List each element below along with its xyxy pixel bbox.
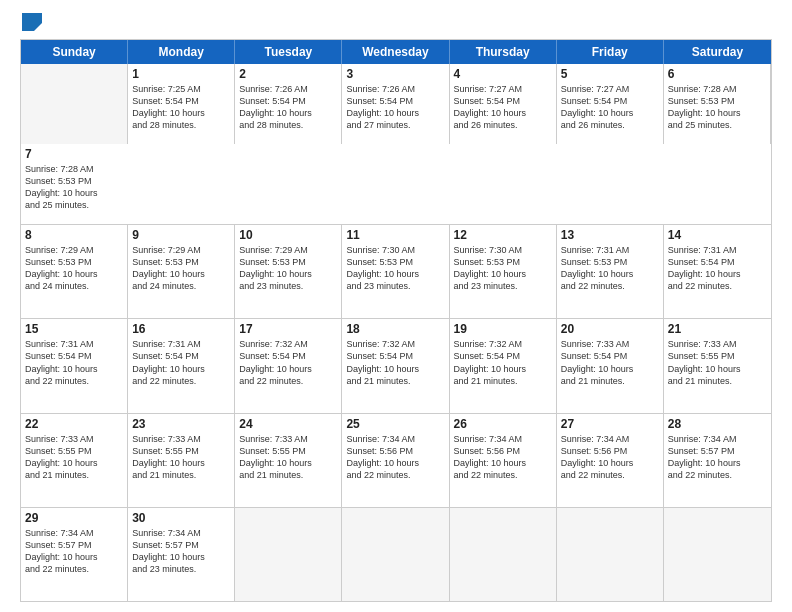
day-number: 3 [346, 67, 444, 81]
day-number: 12 [454, 228, 552, 242]
calendar-cell [557, 508, 664, 601]
calendar-cell: 17Sunrise: 7:32 AM Sunset: 5:54 PM Dayli… [235, 319, 342, 412]
svg-marker-1 [36, 13, 42, 23]
calendar-row: 29Sunrise: 7:34 AM Sunset: 5:57 PM Dayli… [21, 507, 771, 601]
day-number: 29 [25, 511, 123, 525]
header [20, 15, 772, 31]
day-number: 15 [25, 322, 123, 336]
calendar-cell [342, 508, 449, 601]
calendar-cell: 6Sunrise: 7:28 AM Sunset: 5:53 PM Daylig… [664, 64, 771, 144]
day-info: Sunrise: 7:32 AM Sunset: 5:54 PM Dayligh… [454, 338, 552, 387]
calendar-cell: 13Sunrise: 7:31 AM Sunset: 5:53 PM Dayli… [557, 225, 664, 318]
day-number: 20 [561, 322, 659, 336]
logo [20, 15, 42, 31]
calendar-row: 8Sunrise: 7:29 AM Sunset: 5:53 PM Daylig… [21, 224, 771, 318]
day-info: Sunrise: 7:27 AM Sunset: 5:54 PM Dayligh… [561, 83, 659, 132]
day-number: 18 [346, 322, 444, 336]
page: SundayMondayTuesdayWednesdayThursdayFrid… [0, 0, 792, 612]
calendar-cell: 22Sunrise: 7:33 AM Sunset: 5:55 PM Dayli… [21, 414, 128, 507]
day-number: 26 [454, 417, 552, 431]
calendar-cell: 25Sunrise: 7:34 AM Sunset: 5:56 PM Dayli… [342, 414, 449, 507]
calendar-cell: 15Sunrise: 7:31 AM Sunset: 5:54 PM Dayli… [21, 319, 128, 412]
day-number: 28 [668, 417, 767, 431]
calendar-cell: 29Sunrise: 7:34 AM Sunset: 5:57 PM Dayli… [21, 508, 128, 601]
day-number: 16 [132, 322, 230, 336]
day-number: 9 [132, 228, 230, 242]
day-number: 1 [132, 67, 230, 81]
day-info: Sunrise: 7:33 AM Sunset: 5:55 PM Dayligh… [25, 433, 123, 482]
day-info: Sunrise: 7:29 AM Sunset: 5:53 PM Dayligh… [25, 244, 123, 293]
day-info: Sunrise: 7:29 AM Sunset: 5:53 PM Dayligh… [239, 244, 337, 293]
day-info: Sunrise: 7:28 AM Sunset: 5:53 PM Dayligh… [668, 83, 766, 132]
calendar-cell: 3Sunrise: 7:26 AM Sunset: 5:54 PM Daylig… [342, 64, 449, 144]
day-info: Sunrise: 7:33 AM Sunset: 5:55 PM Dayligh… [668, 338, 767, 387]
calendar-row: 15Sunrise: 7:31 AM Sunset: 5:54 PM Dayli… [21, 318, 771, 412]
calendar-body: 1Sunrise: 7:25 AM Sunset: 5:54 PM Daylig… [21, 64, 771, 601]
calendar-cell [21, 64, 128, 144]
weekday-header: Thursday [450, 40, 557, 64]
calendar-cell: 24Sunrise: 7:33 AM Sunset: 5:55 PM Dayli… [235, 414, 342, 507]
day-info: Sunrise: 7:34 AM Sunset: 5:56 PM Dayligh… [454, 433, 552, 482]
day-info: Sunrise: 7:31 AM Sunset: 5:54 PM Dayligh… [668, 244, 767, 293]
day-info: Sunrise: 7:25 AM Sunset: 5:54 PM Dayligh… [132, 83, 230, 132]
day-info: Sunrise: 7:27 AM Sunset: 5:54 PM Dayligh… [454, 83, 552, 132]
day-info: Sunrise: 7:30 AM Sunset: 5:53 PM Dayligh… [346, 244, 444, 293]
weekday-header: Saturday [664, 40, 771, 64]
day-number: 22 [25, 417, 123, 431]
day-number: 5 [561, 67, 659, 81]
calendar-cell: 14Sunrise: 7:31 AM Sunset: 5:54 PM Dayli… [664, 225, 771, 318]
logo-icon [22, 13, 42, 31]
day-info: Sunrise: 7:31 AM Sunset: 5:54 PM Dayligh… [25, 338, 123, 387]
day-number: 2 [239, 67, 337, 81]
calendar-cell: 10Sunrise: 7:29 AM Sunset: 5:53 PM Dayli… [235, 225, 342, 318]
day-info: Sunrise: 7:31 AM Sunset: 5:54 PM Dayligh… [132, 338, 230, 387]
day-info: Sunrise: 7:32 AM Sunset: 5:54 PM Dayligh… [346, 338, 444, 387]
calendar-cell: 26Sunrise: 7:34 AM Sunset: 5:56 PM Dayli… [450, 414, 557, 507]
calendar-row: 1Sunrise: 7:25 AM Sunset: 5:54 PM Daylig… [21, 64, 771, 224]
calendar-cell: 19Sunrise: 7:32 AM Sunset: 5:54 PM Dayli… [450, 319, 557, 412]
calendar-cell: 8Sunrise: 7:29 AM Sunset: 5:53 PM Daylig… [21, 225, 128, 318]
day-info: Sunrise: 7:34 AM Sunset: 5:57 PM Dayligh… [132, 527, 230, 576]
day-number: 11 [346, 228, 444, 242]
calendar-cell [664, 508, 771, 601]
calendar-cell: 28Sunrise: 7:34 AM Sunset: 5:57 PM Dayli… [664, 414, 771, 507]
calendar-cell: 9Sunrise: 7:29 AM Sunset: 5:53 PM Daylig… [128, 225, 235, 318]
day-number: 8 [25, 228, 123, 242]
day-info: Sunrise: 7:26 AM Sunset: 5:54 PM Dayligh… [346, 83, 444, 132]
calendar-cell: 30Sunrise: 7:34 AM Sunset: 5:57 PM Dayli… [128, 508, 235, 601]
day-number: 6 [668, 67, 766, 81]
day-number: 10 [239, 228, 337, 242]
calendar-cell: 18Sunrise: 7:32 AM Sunset: 5:54 PM Dayli… [342, 319, 449, 412]
day-number: 13 [561, 228, 659, 242]
day-info: Sunrise: 7:33 AM Sunset: 5:54 PM Dayligh… [561, 338, 659, 387]
calendar-cell: 12Sunrise: 7:30 AM Sunset: 5:53 PM Dayli… [450, 225, 557, 318]
calendar-cell [450, 508, 557, 601]
day-number: 25 [346, 417, 444, 431]
day-info: Sunrise: 7:30 AM Sunset: 5:53 PM Dayligh… [454, 244, 552, 293]
weekday-header: Friday [557, 40, 664, 64]
day-number: 4 [454, 67, 552, 81]
weekday-header: Sunday [21, 40, 128, 64]
day-number: 7 [25, 147, 124, 161]
calendar-cell: 23Sunrise: 7:33 AM Sunset: 5:55 PM Dayli… [128, 414, 235, 507]
day-info: Sunrise: 7:33 AM Sunset: 5:55 PM Dayligh… [132, 433, 230, 482]
calendar: SundayMondayTuesdayWednesdayThursdayFrid… [20, 39, 772, 602]
calendar-cell: 7Sunrise: 7:28 AM Sunset: 5:53 PM Daylig… [21, 144, 128, 224]
day-info: Sunrise: 7:32 AM Sunset: 5:54 PM Dayligh… [239, 338, 337, 387]
day-number: 17 [239, 322, 337, 336]
weekday-header: Wednesday [342, 40, 449, 64]
day-info: Sunrise: 7:26 AM Sunset: 5:54 PM Dayligh… [239, 83, 337, 132]
day-number: 23 [132, 417, 230, 431]
calendar-cell: 27Sunrise: 7:34 AM Sunset: 5:56 PM Dayli… [557, 414, 664, 507]
day-number: 19 [454, 322, 552, 336]
calendar-cell: 20Sunrise: 7:33 AM Sunset: 5:54 PM Dayli… [557, 319, 664, 412]
day-number: 24 [239, 417, 337, 431]
calendar-cell: 4Sunrise: 7:27 AM Sunset: 5:54 PM Daylig… [450, 64, 557, 144]
day-info: Sunrise: 7:34 AM Sunset: 5:56 PM Dayligh… [346, 433, 444, 482]
calendar-header: SundayMondayTuesdayWednesdayThursdayFrid… [21, 40, 771, 64]
weekday-header: Tuesday [235, 40, 342, 64]
day-number: 30 [132, 511, 230, 525]
day-info: Sunrise: 7:34 AM Sunset: 5:56 PM Dayligh… [561, 433, 659, 482]
day-info: Sunrise: 7:33 AM Sunset: 5:55 PM Dayligh… [239, 433, 337, 482]
calendar-cell: 16Sunrise: 7:31 AM Sunset: 5:54 PM Dayli… [128, 319, 235, 412]
